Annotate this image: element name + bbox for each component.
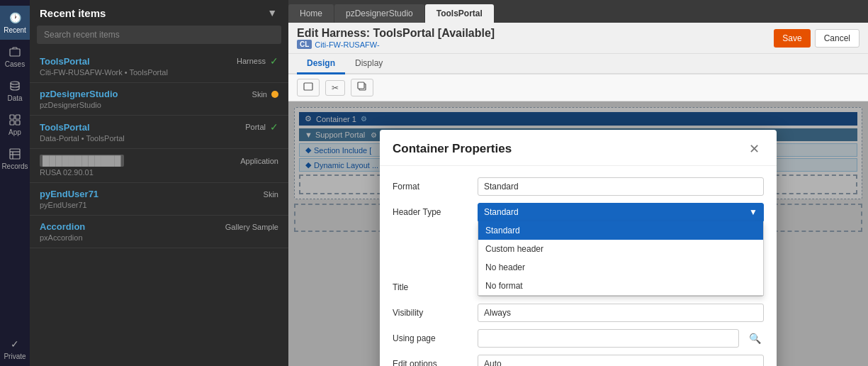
header-type-dropdown: Standard Custom header No header No form… (478, 221, 764, 296)
list-item[interactable]: ToolsPortal Portal ✓ Data-Portal • Tools… (30, 116, 288, 149)
svg-rect-5 (16, 121, 20, 125)
recent-header: Recent items ▼ (30, 0, 288, 23)
sidebar-item-data[interactable]: Data (0, 74, 30, 108)
records-icon (9, 148, 21, 160)
item-sub: RUSA 02.90.01 (40, 168, 278, 177)
item-type: Portal (245, 123, 266, 131)
header-type-selected[interactable]: Standard ▼ (478, 203, 764, 221)
item-name: pyEndUser71 (40, 189, 98, 199)
visibility-select-container: Always Condition Never (478, 304, 764, 322)
tab-design[interactable]: Design (297, 54, 345, 74)
sidebar-item-records[interactable]: Records (0, 142, 30, 176)
svg-rect-6 (10, 149, 20, 159)
list-item[interactable]: Accordion Gallery Sample pxAccordion (30, 216, 288, 248)
format-select[interactable]: Standard Custom header No header No form… (478, 177, 764, 196)
svg-rect-12 (358, 82, 364, 89)
sidebar-item-label: Private (4, 353, 26, 360)
tab-toolsportal[interactable]: ToolsPortal (425, 4, 494, 23)
tab-display[interactable]: Display (345, 54, 393, 74)
modal-close-button[interactable]: ✕ (745, 140, 764, 158)
option-no-header[interactable]: No header (478, 258, 763, 277)
edit-header: Edit Harness: ToolsPortal [Available] CL… (288, 23, 868, 54)
recent-title: Recent items (40, 7, 106, 19)
item-sub: pzDesignerStudio (40, 101, 278, 109)
sidebar-item-label: Cases (5, 60, 25, 68)
visibility-label: Visibility (393, 308, 470, 318)
option-custom-header[interactable]: Custom header (478, 240, 763, 258)
edit-harness-title: Edit Harness: ToolsPortal [Available] (297, 27, 495, 40)
cancel-button[interactable]: Cancel (815, 29, 859, 48)
sidebar-item-label: Data (7, 94, 22, 102)
list-item[interactable]: ToolsPortal Harness ✓ Citi-FW-RUSAFW-Wor… (30, 50, 288, 83)
design-toolbar: ✂ (288, 74, 868, 101)
using-page-input[interactable] (478, 329, 739, 348)
edit-options-row: Edit options Auto Read only Editable (393, 355, 764, 366)
sidebar-item-app[interactable]: App (0, 108, 30, 142)
option-standard[interactable]: Standard (478, 221, 763, 240)
sidebar-item-cases[interactable]: Cases (0, 40, 30, 74)
svg-rect-0 (10, 49, 20, 56)
pin-button[interactable]: ▼ (264, 6, 280, 20)
cl-badge: CL (297, 40, 312, 49)
sidebar-item-recent[interactable]: 🕐 Recent (0, 6, 30, 40)
sidebar-item-private[interactable]: ✓ Private (0, 332, 30, 366)
container-properties-modal: Container Properties ✕ Format Standard C… (380, 130, 777, 366)
toolbar-btn-view[interactable] (297, 79, 320, 96)
option-no-format[interactable]: No format (478, 277, 763, 295)
svg-rect-2 (10, 115, 14, 119)
item-sub: pxAccordion (40, 233, 278, 242)
recent-icon: 🕐 (9, 11, 21, 24)
svg-rect-10 (304, 83, 312, 90)
visibility-select[interactable]: Always Condition Never (478, 304, 764, 322)
modal-body: Format Standard Custom header No header … (380, 166, 777, 366)
edit-options-select[interactable]: Auto Read only Editable (478, 355, 764, 366)
canvas-area: ⚙ Container 1 ⚙ ▼ Support Portal ⚙ ◆ Sec… (288, 101, 868, 366)
sidebar-icons: 🕐 Recent Cases Data App Records ✓ Privat… (0, 0, 30, 366)
search-input[interactable] (37, 26, 281, 44)
cases-icon (9, 45, 21, 58)
visibility-row: Visibility Always Condition Never (393, 304, 764, 322)
dropdown-arrow: ▼ (749, 207, 757, 217)
format-row: Format Standard Custom header No header … (393, 177, 764, 196)
app-icon (9, 113, 21, 126)
list-item[interactable]: pyEndUser71 Skin pyEndUser71 (30, 183, 288, 216)
sidebar-item-label: App (9, 128, 21, 136)
private-icon: ✓ (9, 338, 21, 350)
save-button[interactable]: Save (774, 29, 810, 48)
item-name: pzDesignerStudio (40, 89, 118, 99)
tab-bar: Home pzDesignerStudio ToolsPortal (288, 0, 868, 23)
edit-header-sub: CL Citi-FW-RUSAFW- (297, 40, 495, 49)
item-type: Skin (252, 90, 267, 99)
recent-search-container (37, 26, 281, 44)
item-name: ████████████ (40, 155, 124, 167)
svg-rect-3 (16, 115, 20, 119)
title-label: Title (393, 282, 470, 292)
modal-overlay: Container Properties ✕ Format Standard C… (288, 101, 868, 366)
item-name: ToolsPortal (40, 56, 90, 67)
header-buttons: Save Cancel (774, 29, 859, 48)
tab-pzdesignerstudio[interactable]: pzDesignerStudio (334, 4, 424, 23)
svg-point-1 (11, 82, 19, 84)
format-label: Format (393, 182, 470, 192)
using-page-search-button[interactable]: 🔍 (746, 331, 764, 345)
header-type-value: Standard (484, 207, 519, 217)
format-select-container: Standard Custom header No header No form… (478, 177, 764, 196)
toolbar-btn-cut[interactable]: ✂ (325, 80, 345, 96)
list-item[interactable]: pzDesignerStudio Skin pzDesignerStudio (30, 83, 288, 116)
main-area: Home pzDesignerStudio ToolsPortal Edit H… (288, 0, 868, 366)
using-page-row: Using page 🔍 (393, 329, 764, 348)
edit-header-subtext: Citi-FW-RUSAFW- (315, 40, 379, 49)
status-icon: ✓ (270, 55, 278, 67)
header-type-row: Header Type Standard ▼ Standard Custom h… (393, 203, 764, 221)
svg-rect-4 (10, 121, 14, 125)
sub-tabs: Design Display (288, 54, 868, 74)
item-name: Accordion (40, 221, 85, 232)
item-sub: Data-Portal • ToolsPortal (40, 134, 278, 143)
toolbar-btn-copy[interactable] (351, 79, 373, 96)
list-item[interactable]: ████████████ Application RUSA 02.90.01 (30, 149, 288, 183)
edit-options-label: Edit options (393, 359, 470, 366)
modal-header: Container Properties ✕ (380, 130, 777, 166)
data-icon (9, 79, 21, 92)
tab-home[interactable]: Home (288, 4, 334, 23)
sidebar-item-label: Recent (4, 26, 26, 34)
